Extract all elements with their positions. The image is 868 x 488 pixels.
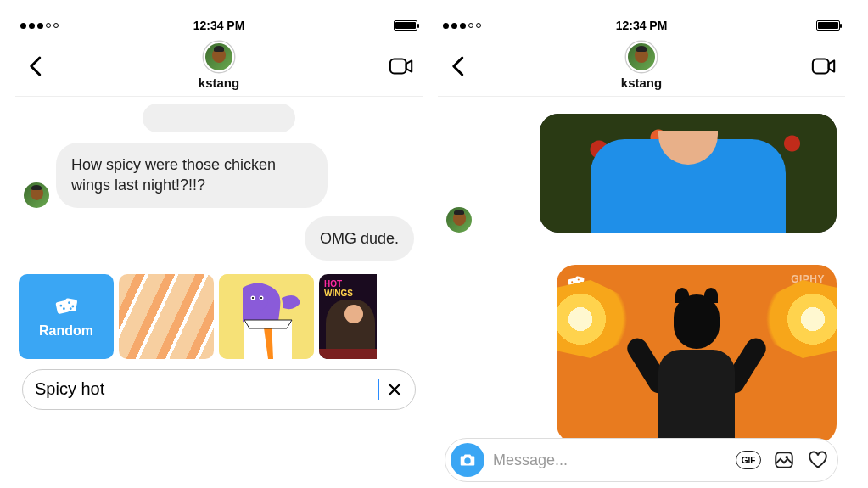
message-composer[interactable]: Message... GIF [445,438,838,482]
dice-icon [54,294,78,318]
gif-wings-line2: WINGS [324,289,353,298]
gif-search-input[interactable] [35,379,371,399]
svg-rect-23 [776,452,792,467]
clear-search-button[interactable] [386,381,403,398]
camera-icon [458,451,477,469]
video-call-button[interactable] [389,53,414,79]
chat-header: kstang [15,36,423,97]
svg-point-18 [571,281,573,283]
message-row-gif-incoming [446,114,837,233]
svg-point-3 [59,305,62,307]
gallery-button[interactable] [773,449,795,471]
header-username: kstang [621,76,662,90]
chevron-left-icon [24,53,49,79]
chat-body: How spicy were those chicken wings last … [15,97,423,261]
gif-option-3[interactable]: HOTWINGS [319,274,377,359]
svg-point-5 [68,301,70,304]
svg-rect-15 [813,59,829,73]
phone-left: 12:34 PM kstang How spicy were [15,15,423,488]
svg-point-22 [464,457,470,463]
battery-icon [816,20,840,31]
close-icon [386,381,403,398]
text-cursor [378,379,379,400]
status-time: 12:34 PM [616,19,668,32]
status-bar: 12:34 PM [438,15,845,36]
svg-point-4 [63,307,65,310]
chevron-left-icon [446,53,472,79]
svg-point-24 [786,456,788,458]
svg-rect-0 [390,59,406,73]
signal-dots-icon [20,23,59,29]
back-button[interactable] [24,53,49,79]
composer-placeholder[interactable]: Message... [493,452,727,469]
message-row-gif-outgoing: GIPHY [446,241,837,443]
gif-button[interactable]: GIF [736,451,761,469]
gif-wings-line1: HOT [324,279,342,289]
chat-header: kstang [438,36,845,97]
heart-icon [807,449,829,471]
header-avatar[interactable] [204,42,234,72]
signal-dots-icon [443,23,481,29]
sender-avatar[interactable] [446,207,472,233]
chat-body: GIPHY [438,97,845,443]
svg-point-12 [252,297,254,299]
composer-actions: GIF [736,449,829,471]
svg-point-20 [578,279,580,281]
svg-point-7 [70,307,72,310]
gallery-icon [773,449,795,471]
status-bar: 12:34 PM [15,15,423,36]
header-avatar[interactable] [626,42,657,72]
message-bubble-incoming[interactable]: How spicy were those chicken wings last … [56,143,328,208]
video-call-button[interactable] [811,53,837,79]
gif-message-incoming[interactable] [540,114,837,233]
gif-option-random[interactable]: Random [19,274,114,359]
like-button[interactable] [807,449,829,471]
gif-random-label: Random [39,323,93,339]
phone-right: 12:34 PM kstang [438,15,845,488]
svg-point-6 [71,305,74,307]
camera-button[interactable] [451,443,484,477]
gif-message-outgoing[interactable]: GIPHY [557,265,837,443]
battery-icon [394,20,417,31]
svg-point-9 [244,288,268,311]
gif-search-bar[interactable] [22,369,416,410]
gif-tray[interactable]: Random HOTWINGS [15,269,423,366]
sender-avatar[interactable] [24,182,49,208]
status-time: 12:34 PM [193,19,245,32]
message-row-incoming: How spicy were those chicken wings last … [24,143,414,208]
message-bubble-outgoing[interactable]: OMG dude. [305,216,414,261]
message-row-outgoing: OMG dude. [24,216,414,261]
back-button[interactable] [446,53,472,79]
message-bubble-cutoff [143,104,295,132]
video-camera-icon [811,53,837,79]
video-camera-icon [389,53,414,79]
svg-point-13 [260,297,262,299]
gif-option-2[interactable] [219,274,314,359]
gif-option-1[interactable] [119,274,214,359]
header-username: kstang [199,76,239,90]
